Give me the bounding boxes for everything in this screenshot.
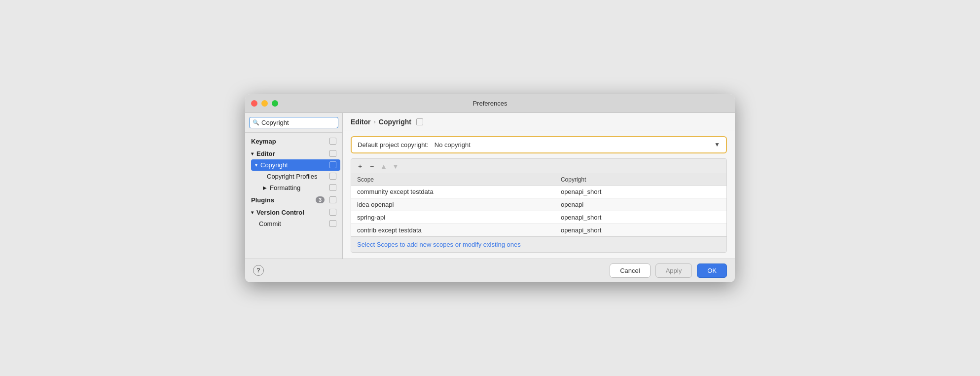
sidebar-item-keymap[interactable]: Keymap [245,135,342,147]
search-icon: 🔍 [253,119,259,126]
plugins-badge: 3 [316,196,325,203]
copyright-chevron-icon: ▾ [255,162,257,168]
version-control-settings-icon [329,209,336,216]
scope-cell: idea openapi [351,198,555,211]
breadcrumb-separator: › [373,118,375,125]
main-panel: Editor › Copyright Default project copyr… [343,113,735,259]
window-title: Preferences [472,100,507,107]
sidebar-item-editor[interactable]: ▾ Editor [245,147,342,159]
sidebar-item-version-control[interactable]: ▾ Version Control [245,206,342,218]
scopes-toolbar: + − ▲ ▼ [351,159,726,174]
sidebar-item-commit[interactable]: Commit [245,218,342,229]
sidebar-item-formatting[interactable]: ▶ Formatting [245,182,342,193]
copyright-settings-icon [329,161,336,168]
sidebar-item-plugins[interactable]: Plugins 3 [245,193,342,206]
editor-settings-icon [329,150,336,157]
breadcrumb: Editor › Copyright [343,113,735,130]
minimize-button[interactable] [261,100,268,107]
maximize-button[interactable] [272,100,278,107]
commit-settings-icon [329,220,336,227]
sidebar-item-copyright-profiles[interactable]: Copyright Profiles [245,171,342,182]
preferences-window: Preferences 🔍 ✕ Keymap ▾ [245,94,735,282]
plugins-settings-icon [329,196,336,203]
copyright-column-header: Copyright [555,174,726,185]
scope-cell: spring-api [351,211,555,224]
titlebar: Preferences [245,94,735,113]
table-header: Scope Copyright [351,174,726,186]
move-up-scope-button[interactable]: ▲ [379,161,389,171]
scope-cell: community except testdata [351,186,555,198]
window-controls [251,100,278,107]
close-button[interactable] [251,100,257,107]
copyright-cell: openapi_short [555,186,726,198]
sidebar-nav: Keymap ▾ Editor ▾ Copyright Copyrigh [245,133,342,231]
formatting-settings-icon [329,184,336,191]
scopes-section: + − ▲ ▼ Scope Copyright community except… [351,158,727,253]
formatting-chevron-icon: ▶ [263,185,267,190]
keymap-settings-icon [329,138,336,145]
search-container: 🔍 ✕ [245,113,342,133]
scopes-table-body: community except testdata openapi_short … [351,186,726,236]
table-row[interactable]: spring-api openapi_short [351,211,726,224]
scope-column-header: Scope [351,174,555,185]
scope-cell: contrib except testdata [351,224,555,236]
select-arrow-icon: ▼ [714,141,720,148]
add-scope-button[interactable]: + [355,161,365,171]
sidebar: 🔍 ✕ Keymap ▾ Editor ▾ [245,113,343,259]
copyright-select[interactable]: No copyright [435,141,708,149]
editor-chevron-icon: ▾ [251,151,254,156]
default-copyright-label: Default project copyright: [358,141,429,149]
table-row[interactable]: contrib except testdata openapi_short [351,224,726,236]
table-row[interactable]: idea openapi openapi [351,198,726,211]
breadcrumb-settings-icon [416,118,423,125]
search-box: 🔍 ✕ [249,117,338,128]
copyright-profiles-settings-icon [329,173,336,180]
footer: ? Cancel Apply OK [245,259,735,282]
cancel-button[interactable]: Cancel [610,263,650,278]
copyright-cell: openapi_short [555,224,726,236]
search-input[interactable] [261,119,343,126]
panel-body: Default project copyright: No copyright … [343,130,735,259]
ok-button[interactable]: OK [697,263,727,278]
sidebar-item-copyright[interactable]: ▾ Copyright [251,159,340,171]
copyright-cell: openapi [555,198,726,211]
table-row[interactable]: community except testdata openapi_short [351,186,726,198]
remove-scope-button[interactable]: − [367,161,377,171]
copyright-cell: openapi_short [555,211,726,224]
footer-right: Cancel Apply OK [610,263,727,278]
version-control-chevron-icon: ▾ [251,210,254,215]
help-button[interactable]: ? [253,265,264,276]
footer-left: ? [253,265,264,276]
breadcrumb-current: Copyright [379,118,411,126]
select-scopes-link[interactable]: Select Scopes to add new scopes or modif… [351,236,726,252]
main-layout: 🔍 ✕ Keymap ▾ Editor ▾ [245,113,735,259]
default-copyright-row: Default project copyright: No copyright … [351,136,727,153]
apply-button[interactable]: Apply [655,263,692,278]
move-down-scope-button[interactable]: ▼ [391,161,400,171]
breadcrumb-parent: Editor [351,118,370,126]
